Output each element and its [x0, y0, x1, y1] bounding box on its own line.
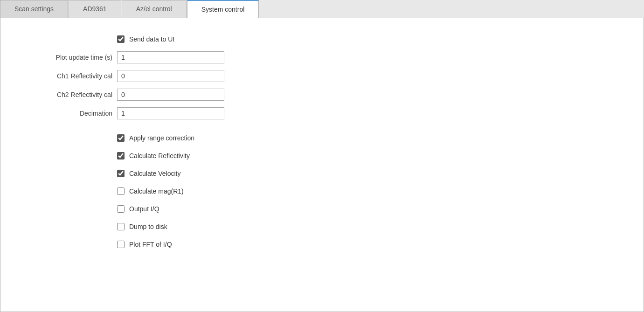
ch2-reflectivity-cal-label: Ch2 Reflectivity cal [19, 91, 112, 98]
tab-bar: Scan settings AD9361 Az/el control Syste… [0, 0, 644, 18]
plot-update-time-label: Plot update time (s) [19, 54, 112, 61]
send-data-to-ui-row: Send data to UI [19, 32, 625, 46]
apply-range-correction-row: Apply range correction [19, 131, 625, 145]
send-data-to-ui-label: Send data to UI [129, 35, 174, 43]
ch1-reflectivity-cal-input[interactable] [117, 70, 224, 82]
calculate-velocity-checkbox[interactable] [117, 170, 125, 177]
dump-to-disk-row: Dump to disk [19, 220, 625, 234]
tab-azel-control[interactable]: Az/el control [122, 0, 187, 18]
ch1-reflectivity-cal-row: Ch1 Reflectivity cal [19, 69, 625, 83]
content-panel: Send data to UI Plot update time (s) Ch1… [0, 18, 644, 312]
calculate-reflectivity-label: Calculate Reflectivity [129, 152, 190, 159]
apply-range-correction-label: Apply range correction [129, 134, 194, 142]
app-container: Scan settings AD9361 Az/el control Syste… [0, 0, 644, 312]
plot-fft-iq-label: Plot FFT of I/Q [129, 241, 172, 248]
calculate-mag-r1-row: Calculate mag(R1) [19, 184, 625, 198]
decimation-label: Decimation [19, 110, 112, 117]
ch2-reflectivity-cal-row: Ch2 Reflectivity cal [19, 87, 625, 102]
output-iq-label: Output I/Q [129, 205, 159, 213]
plot-fft-iq-row: Plot FFT of I/Q [19, 237, 625, 251]
calculate-velocity-label: Calculate Velocity [129, 170, 181, 177]
decimation-row: Decimation [19, 106, 625, 121]
dump-to-disk-checkbox[interactable] [117, 223, 125, 230]
ch2-reflectivity-cal-input[interactable] [117, 89, 224, 101]
tab-ad9361[interactable]: AD9361 [69, 0, 121, 18]
calculate-velocity-row: Calculate Velocity [19, 166, 625, 180]
dump-to-disk-label: Dump to disk [129, 223, 167, 230]
ch1-reflectivity-cal-label: Ch1 Reflectivity cal [19, 72, 112, 80]
plot-update-time-row: Plot update time (s) [19, 50, 625, 65]
send-data-to-ui-checkbox[interactable] [117, 35, 125, 43]
tab-system-control[interactable]: System control [187, 0, 259, 18]
calculate-reflectivity-row: Calculate Reflectivity [19, 149, 625, 163]
plot-fft-iq-checkbox[interactable] [117, 241, 125, 248]
calculate-reflectivity-checkbox[interactable] [117, 152, 125, 159]
output-iq-checkbox[interactable] [117, 205, 125, 213]
form-area: Send data to UI Plot update time (s) Ch1… [19, 32, 625, 251]
output-iq-row: Output I/Q [19, 202, 625, 216]
plot-update-time-input[interactable] [117, 51, 224, 63]
apply-range-correction-checkbox[interactable] [117, 134, 125, 142]
decimation-input[interactable] [117, 107, 224, 119]
tab-scan-settings[interactable]: Scan settings [0, 0, 68, 18]
calculate-mag-r1-checkbox[interactable] [117, 187, 125, 195]
calculate-mag-r1-label: Calculate mag(R1) [129, 187, 184, 195]
